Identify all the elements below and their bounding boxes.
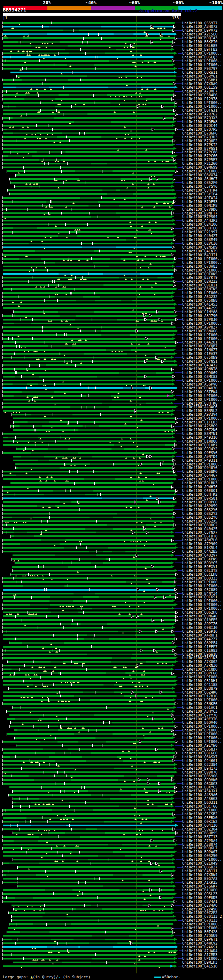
hit-arrow-icon — [171, 562, 174, 564]
hit-arrow-inner — [172, 904, 173, 906]
start-tick — [14, 185, 15, 188]
start-tick — [2, 767, 3, 770]
hit-bar-weak-segment — [65, 832, 105, 834]
label-connector — [176, 152, 182, 153]
hit-bar-weak-segment — [91, 562, 103, 564]
match-tick — [109, 721, 110, 724]
hit-arrow-inner — [172, 98, 174, 100]
scale-label-40: ~40% — [85, 0, 96, 5]
hit-bar-weak-segment — [16, 474, 48, 476]
match-tick — [21, 375, 22, 378]
start-tick — [2, 950, 3, 952]
hit-bar-weak-segment — [55, 752, 69, 754]
match-tick — [79, 748, 80, 751]
hit-bar — [3, 136, 172, 138]
start-tick — [2, 235, 3, 237]
hit-bar — [16, 745, 172, 746]
start-tick — [2, 771, 3, 773]
match-tick — [43, 83, 43, 85]
start-tick — [2, 155, 3, 158]
mid-arrow-inner — [139, 630, 141, 632]
match-tick — [99, 919, 99, 922]
start-tick — [2, 356, 3, 359]
hit-label[interactable]: UniRef100_Q41518 — [182, 964, 217, 968]
hit-bar-weak-segment — [119, 805, 158, 807]
hit-arrow-icon — [174, 345, 177, 347]
hit-label[interactable]: UniRef100_Q9DVW0 — [182, 778, 217, 782]
label-connector — [175, 897, 182, 898]
hit-arrow-icon — [175, 154, 178, 157]
hit-label[interactable]: UniRef100_A7PDA4 — [182, 839, 217, 843]
hit-label[interactable]: UniRef100_Q9SBM1 — [182, 78, 217, 82]
hit-arrow-icon — [172, 219, 176, 222]
hit-label[interactable]: UniRef100_Q6RY61 — [182, 75, 217, 78]
hit-bar-weak-segment — [64, 456, 92, 458]
hit-label[interactable]: UniRef100_C1E983 — [182, 649, 217, 652]
match-tick — [45, 341, 45, 344]
start-tick — [2, 326, 3, 329]
hit-arrow-icon — [174, 763, 177, 766]
hit-label[interactable]: UniRef100_B6TI13 — [182, 835, 217, 839]
hit-label[interactable]: UniRef100_B7Q0P2 — [182, 139, 217, 143]
hit-label[interactable]: UniRef100_B3NX66 — [182, 329, 217, 333]
hit-arrow-inner — [172, 246, 174, 248]
match-tick — [14, 314, 15, 317]
hit-label[interactable]: UniRef100_Q8S2X5 — [182, 519, 217, 523]
match-tick — [75, 870, 76, 873]
hit-label[interactable]: UniRef100_P49311 — [182, 458, 217, 462]
hit-bar-weak-segment — [98, 855, 125, 857]
mid-arrow-inner — [138, 779, 140, 781]
match-tick — [71, 292, 71, 294]
hit-bar-weak-segment — [79, 429, 110, 431]
hit-label[interactable]: UniRef100_Q7UA83 — [182, 264, 217, 268]
hit-arrow-icon — [172, 508, 175, 511]
start-tick — [2, 105, 3, 108]
hit-label[interactable]: UniRef100_C0NIM8 — [182, 204, 217, 208]
start-tick — [2, 406, 3, 409]
start-tick — [2, 231, 3, 234]
hit-bar-weak-segment — [88, 205, 119, 207]
hit-label[interactable]: UniRef100_UPI000.. — [182, 333, 222, 337]
hit-arrow-inner — [176, 341, 178, 343]
hit-label[interactable]: UniRef100_A0NYD4 — [182, 455, 217, 458]
start-tick — [2, 402, 3, 405]
start-tick — [2, 603, 3, 606]
label-connector — [176, 471, 182, 472]
match-tick — [18, 824, 18, 827]
start-tick — [2, 847, 3, 850]
match-tick — [59, 353, 60, 355]
hit-arrow-icon — [172, 881, 175, 884]
hit-label[interactable]: UniRef100_UPI000.. — [182, 398, 222, 401]
hit-label[interactable]: UniRef100_C1EFP7 — [182, 645, 217, 649]
hit-bar — [13, 460, 172, 461]
start-tick — [9, 178, 10, 180]
hit-label[interactable]: UniRef100_C5C089 — [182, 588, 217, 592]
start-tick — [2, 216, 3, 218]
hit-bar-weak-segment — [13, 383, 27, 385]
match-tick — [42, 329, 43, 332]
hit-label[interactable]: UniRef100_UPI000.. — [182, 394, 222, 398]
hit-label[interactable]: UniRef100_A8HYC3 — [182, 710, 217, 713]
hit-bar — [3, 901, 174, 902]
hit-bar-weak-segment — [103, 273, 140, 275]
hit-label[interactable]: UniRef100_Q05966 — [182, 774, 217, 778]
hit-label[interactable]: UniRef100_Q2V4A1 — [182, 900, 217, 904]
hit-bar-weak-segment — [26, 817, 63, 819]
hit-bar — [3, 326, 174, 328]
hit-bar-weak-segment — [18, 729, 38, 731]
hit-bar-weak-segment — [15, 897, 33, 899]
hit-arrow-inner — [174, 109, 176, 111]
match-tick — [43, 816, 43, 819]
hit-label[interactable]: UniRef100_Q7V9D6 — [182, 208, 217, 212]
label-connector — [176, 889, 182, 890]
hit-label[interactable]: UniRef100_UPI000.. — [182, 268, 222, 272]
hit-label[interactable]: UniRef100_B7PKI2 — [182, 143, 217, 147]
hit-label[interactable]: UniRef100_Q8RUC2 — [182, 523, 217, 527]
hit-label[interactable]: UniRef100_UPI000.. — [182, 584, 222, 588]
label-connector — [178, 197, 182, 198]
hit-arrow-icon — [172, 56, 175, 59]
match-tick — [12, 231, 13, 234]
match-tick — [16, 139, 16, 142]
hit-label[interactable]: UniRef100_Q7YY78 — [182, 713, 217, 717]
hit-label[interactable]: UniRef100_Q2V4A0 — [182, 904, 217, 907]
